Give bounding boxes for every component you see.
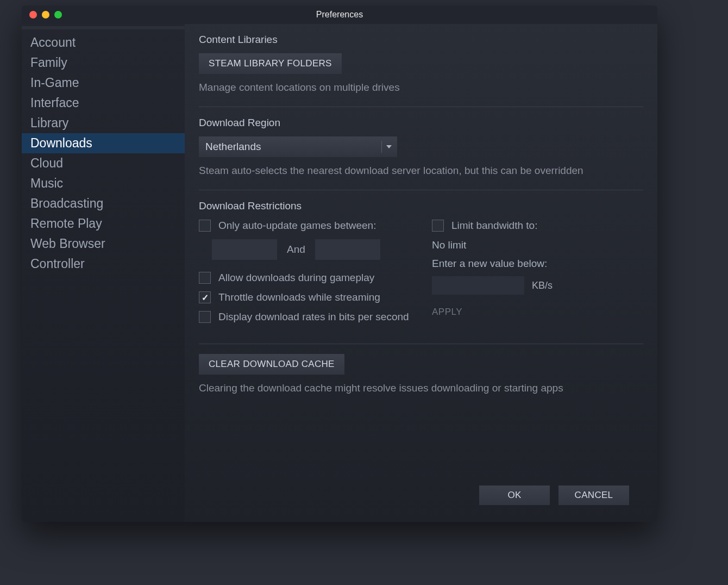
limit-bandwidth-status: No limit [432,239,643,251]
chevron-down-icon [386,145,392,148]
content-libraries-description: Manage content locations on multiple dri… [199,82,643,94]
throttle-streaming-row: Throttle downloads while streaming [199,291,410,303]
window-controls [29,11,62,18]
restrictions-right: Limit bandwidth to: No limit Enter a new… [432,220,643,331]
sidebar-item-account[interactable]: Account [22,33,185,53]
download-region-dropdown[interactable]: Netherlands [199,136,397,157]
download-restrictions-title: Download Restrictions [199,200,643,212]
section-download-region: Download Region Netherlands Steam auto-s… [199,107,643,190]
footer: OK CANCEL [199,482,643,514]
cancel-button[interactable]: CANCEL [558,486,629,505]
display-bits-label: Display download rates in bits per secon… [218,311,409,323]
sidebar-item-broadcasting[interactable]: Broadcasting [22,194,185,214]
main-panel: Content Libraries STEAM LIBRARY FOLDERS … [185,24,657,522]
auto-update-time-group: And [212,239,410,260]
sidebar-item-web-browser[interactable]: Web Browser [22,234,185,254]
content: Account Family In-Game Interface Library… [22,24,657,522]
content-libraries-title: Content Libraries [199,34,643,46]
dropdown-separator [381,141,382,153]
section-content-libraries: Content Libraries STEAM LIBRARY FOLDERS … [199,34,643,107]
display-bits-row: Display download rates in bits per secon… [199,311,410,323]
sidebar-item-library[interactable]: Library [22,113,185,133]
limit-bandwidth-label: Limit bandwidth to: [451,220,537,232]
sidebar: Account Family In-Game Interface Library… [22,24,185,522]
throttle-streaming-checkbox[interactable] [199,291,211,303]
preferences-window: Preferences Account Family In-Game Inter… [22,5,657,522]
auto-update-row: Only auto-update games between: [199,220,410,232]
window-title: Preferences [316,10,363,20]
download-region-selected: Netherlands [205,141,378,153]
auto-update-label: Only auto-update games between: [218,220,376,232]
restrictions-left: Only auto-update games between: And Allo… [199,220,410,331]
minimize-icon[interactable] [42,11,49,18]
sidebar-item-interface[interactable]: Interface [22,93,185,113]
apply-button[interactable]: APPLY [432,304,462,320]
limit-bandwidth-checkbox[interactable] [432,220,444,232]
limit-bandwidth-row: Limit bandwidth to: [432,220,643,232]
sidebar-item-music[interactable]: Music [22,173,185,194]
sidebar-item-in-game[interactable]: In-Game [22,73,185,93]
maximize-icon[interactable] [54,11,62,18]
allow-gameplay-label: Allow downloads during gameplay [218,272,374,284]
section-download-restrictions: Download Restrictions Only auto-update g… [199,190,643,344]
clear-download-cache-button[interactable]: CLEAR DOWNLOAD CACHE [199,354,344,375]
sidebar-item-family[interactable]: Family [22,53,185,73]
allow-gameplay-row: Allow downloads during gameplay [199,272,410,284]
close-icon[interactable] [29,11,37,18]
sidebar-item-controller[interactable]: Controller [22,254,185,274]
bandwidth-input[interactable] [432,276,524,295]
bandwidth-unit: KB/s [532,280,553,291]
throttle-streaming-label: Throttle downloads while streaming [218,291,380,303]
clear-cache-description: Clearing the download cache might resolv… [199,382,643,394]
section-clear-cache: CLEAR DOWNLOAD CACHE Clearing the downlo… [199,344,643,407]
allow-gameplay-checkbox[interactable] [199,272,211,284]
and-label: And [287,244,305,256]
sidebar-item-downloads[interactable]: Downloads [22,133,185,153]
sidebar-item-cloud[interactable]: Cloud [22,153,185,173]
sidebar-item-remote-play[interactable]: Remote Play [22,214,185,234]
steam-library-folders-button[interactable]: STEAM LIBRARY FOLDERS [199,53,342,74]
titlebar: Preferences [22,5,657,24]
enter-value-label: Enter a new value below: [432,258,643,270]
download-region-description: Steam auto-selects the nearest download … [199,165,643,177]
sidebar-handle [22,26,185,29]
auto-update-start-time[interactable] [212,239,277,260]
auto-update-end-time[interactable] [315,239,380,260]
display-bits-checkbox[interactable] [199,311,211,323]
auto-update-checkbox[interactable] [199,220,211,232]
bandwidth-input-row: KB/s [432,276,643,295]
download-region-title: Download Region [199,117,643,129]
ok-button[interactable]: OK [479,486,550,505]
